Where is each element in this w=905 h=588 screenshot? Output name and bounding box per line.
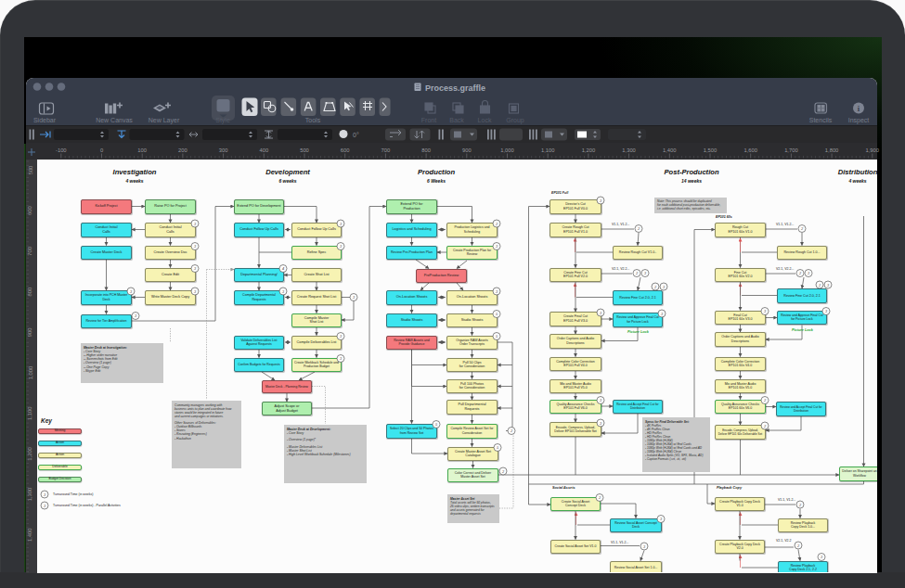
svg-text:1,100: 1,100 xyxy=(541,147,555,153)
svg-text:0°: 0° xyxy=(353,132,359,138)
svg-text:900: 900 xyxy=(28,327,33,337)
svg-text:1,700: 1,700 xyxy=(784,147,798,153)
svg-text:1,200: 1,200 xyxy=(582,147,596,153)
svg-text:1,400: 1,400 xyxy=(663,147,677,153)
svg-text:700: 700 xyxy=(28,247,33,256)
svg-text:1,800: 1,800 xyxy=(825,147,839,153)
svg-text:800: 800 xyxy=(421,147,431,153)
svg-text:700: 700 xyxy=(381,147,391,153)
svg-text:1,600: 1,600 xyxy=(743,147,757,153)
svg-text:-100: -100 xyxy=(56,147,67,153)
svg-text:200: 200 xyxy=(178,147,187,153)
svg-text:100: 100 xyxy=(137,147,147,153)
svg-text:1,000: 1,000 xyxy=(28,366,33,380)
svg-text:900: 900 xyxy=(462,147,472,153)
svg-text:500: 500 xyxy=(300,147,309,153)
svg-text:Process.graffle: Process.graffle xyxy=(425,83,485,93)
svg-text:1,200: 1,200 xyxy=(28,447,33,461)
svg-text:800: 800 xyxy=(28,288,33,297)
svg-text:400: 400 xyxy=(259,147,268,153)
svg-text:1,900: 1,900 xyxy=(866,147,880,153)
svg-text:600: 600 xyxy=(341,147,350,153)
svg-text:1,100: 1,100 xyxy=(28,406,33,420)
svg-text:1,500: 1,500 xyxy=(704,147,718,153)
svg-text:1,300: 1,300 xyxy=(28,488,33,502)
svg-text:1,300: 1,300 xyxy=(622,147,636,153)
svg-text:300: 300 xyxy=(219,147,228,153)
svg-text:0: 0 xyxy=(100,147,103,153)
svg-text:1,000: 1,000 xyxy=(500,147,514,153)
